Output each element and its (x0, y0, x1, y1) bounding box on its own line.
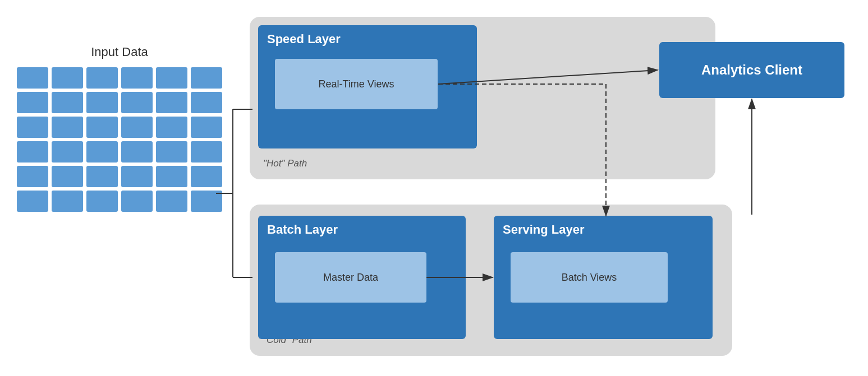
data-cell (52, 92, 83, 113)
serving-layer-title: Serving Layer (494, 216, 713, 242)
data-cell (191, 191, 222, 212)
data-cell (121, 166, 153, 187)
data-cell (17, 67, 48, 89)
data-cell (191, 117, 222, 138)
batch-layer-title: Batch Layer (258, 216, 466, 242)
data-cell (121, 92, 153, 113)
batch-views-label: Batch Views (562, 272, 617, 284)
data-cell (86, 141, 118, 163)
data-cell (17, 166, 48, 187)
diagram-container: Input Data (0, 0, 868, 376)
data-cell (86, 117, 118, 138)
data-cell (86, 191, 118, 212)
analytics-client-label: Analytics Client (701, 61, 802, 78)
data-cell (156, 191, 187, 212)
data-grid (17, 67, 222, 212)
data-cell (156, 117, 187, 138)
data-cell (121, 117, 153, 138)
data-cell (52, 117, 83, 138)
data-cell (17, 191, 48, 212)
data-cell (121, 191, 153, 212)
data-cell (17, 117, 48, 138)
batch-views-box: Batch Views (511, 252, 668, 303)
data-cell (156, 67, 187, 89)
data-cell (86, 92, 118, 113)
data-cell (52, 191, 83, 212)
data-cell (17, 141, 48, 163)
input-data-section: Input Data (17, 45, 222, 212)
master-data-box: Master Data (275, 252, 426, 303)
hot-path-label: "Hot" Path (263, 158, 307, 169)
input-data-label: Input Data (17, 45, 222, 59)
data-cell (156, 92, 187, 113)
data-cell (191, 67, 222, 89)
master-data-label: Master Data (323, 272, 378, 284)
data-cell (52, 67, 83, 89)
data-cell (52, 166, 83, 187)
data-cell (121, 141, 153, 163)
data-cell (156, 166, 187, 187)
data-cell (191, 141, 222, 163)
data-cell (86, 166, 118, 187)
data-cell (17, 92, 48, 113)
data-cell (191, 166, 222, 187)
data-cell (52, 141, 83, 163)
speed-layer-title: Speed Layer (258, 25, 477, 51)
realtime-views-box: Real-Time Views (275, 59, 438, 109)
realtime-views-label: Real-Time Views (318, 78, 394, 90)
data-cell (86, 67, 118, 89)
analytics-client-box: Analytics Client (659, 42, 844, 98)
data-cell (121, 67, 153, 89)
data-cell (191, 92, 222, 113)
data-cell (156, 141, 187, 163)
